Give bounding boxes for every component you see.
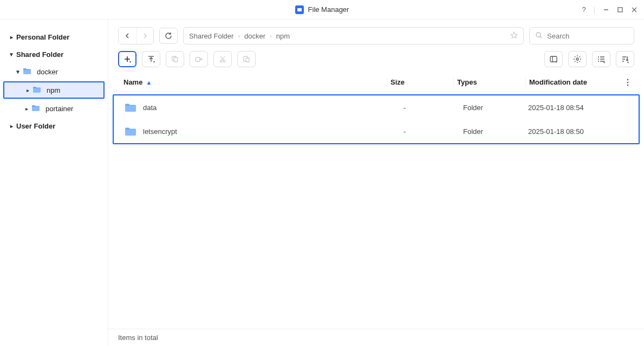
titlebar: File Manager ? | bbox=[0, 0, 644, 20]
svg-rect-2 bbox=[618, 8, 622, 12]
file-table: Name ▲ Size Types Modification date data… bbox=[108, 73, 644, 329]
folder-icon bbox=[23, 68, 32, 75]
sidebar-item-npm[interactable]: ▸npm bbox=[3, 81, 105, 99]
minimize-button[interactable] bbox=[603, 7, 609, 13]
col-header-date[interactable]: Modification date bbox=[529, 78, 621, 86]
file-date: 2025-01-18 08:50 bbox=[528, 127, 620, 136]
sidebar-item-label: User Folder bbox=[16, 122, 55, 130]
cut-button[interactable] bbox=[213, 51, 232, 67]
sort-button[interactable] bbox=[616, 51, 634, 67]
breadcrumb-segment[interactable]: Shared Folder bbox=[189, 32, 233, 40]
nav-back-button[interactable] bbox=[119, 28, 136, 44]
sidebar-item-docker[interactable]: ▼docker bbox=[0, 63, 108, 80]
chevron-right-icon[interactable]: ▸ bbox=[6, 123, 16, 129]
maximize-button[interactable] bbox=[617, 7, 623, 13]
toolbar-actions-row bbox=[108, 49, 644, 73]
folder-icon bbox=[125, 126, 136, 136]
divider bbox=[387, 78, 387, 87]
file-date: 2025-01-18 08:54 bbox=[528, 104, 620, 112]
col-header-size[interactable]: Size bbox=[391, 78, 450, 86]
file-size: - bbox=[404, 104, 463, 112]
svg-marker-33 bbox=[603, 62, 605, 63]
svg-rect-16 bbox=[196, 57, 200, 61]
sidebar: ▸Personal Folder▼Shared Folder▼docker▸np… bbox=[0, 20, 108, 346]
svg-point-26 bbox=[576, 58, 578, 60]
sidebar-item-shared-folder[interactable]: ▼Shared Folder bbox=[0, 46, 108, 63]
breadcrumb: Shared Folder›docker›npm bbox=[183, 27, 524, 44]
svg-marker-5 bbox=[511, 32, 517, 38]
svg-point-39 bbox=[627, 79, 629, 80]
svg-rect-0 bbox=[297, 8, 302, 11]
sidebar-item-label: npm bbox=[47, 86, 60, 94]
col-header-name[interactable]: Name ▲ bbox=[118, 78, 383, 86]
sidebar-item-portainer[interactable]: ▸portainer bbox=[0, 100, 108, 117]
col-header-types[interactable]: Types bbox=[457, 78, 522, 86]
chevron-right-icon: › bbox=[238, 33, 240, 39]
paste-button[interactable] bbox=[237, 51, 256, 67]
column-menu-button[interactable] bbox=[621, 79, 634, 86]
table-row[interactable]: letsencrypt-Folder2025-01-18 08:50 bbox=[114, 119, 639, 143]
sidebar-item-user-folder[interactable]: ▸User Folder bbox=[0, 117, 108, 134]
svg-point-41 bbox=[627, 84, 629, 86]
nav-forward-button[interactable] bbox=[136, 28, 153, 44]
chevron-right-icon: › bbox=[270, 33, 272, 39]
status-text: Items in total bbox=[118, 334, 158, 342]
breadcrumb-segment[interactable]: npm bbox=[276, 32, 290, 40]
search-box[interactable] bbox=[529, 27, 634, 44]
close-button[interactable] bbox=[631, 7, 638, 13]
chevron-down-icon[interactable]: ▼ bbox=[13, 69, 23, 75]
statusbar: Items in total bbox=[108, 329, 644, 346]
app-title: File Manager bbox=[295, 5, 349, 14]
file-name: letsencrypt bbox=[143, 127, 177, 136]
help-button[interactable]: ? bbox=[582, 5, 586, 14]
file-name: data bbox=[143, 104, 157, 112]
col-header-name-label: Name bbox=[123, 78, 142, 86]
table-row[interactable]: data-Folder2025-01-18 08:54 bbox=[114, 95, 639, 119]
svg-point-29 bbox=[598, 61, 599, 62]
chevron-right-icon[interactable]: ▸ bbox=[22, 106, 31, 112]
svg-marker-10 bbox=[129, 61, 131, 63]
search-icon bbox=[535, 31, 543, 41]
file-size: - bbox=[404, 127, 463, 136]
svg-line-7 bbox=[540, 36, 542, 38]
settings-button[interactable] bbox=[568, 51, 587, 67]
file-type: Folder bbox=[463, 104, 528, 112]
toolbar-nav-row: Shared Folder›docker›npm bbox=[108, 20, 644, 49]
copy-button[interactable] bbox=[166, 51, 184, 67]
app-title-label: File Manager bbox=[308, 5, 349, 14]
chevron-right-icon[interactable]: ▸ bbox=[6, 34, 16, 40]
create-button[interactable] bbox=[118, 51, 136, 67]
svg-rect-23 bbox=[550, 56, 557, 62]
folder-icon bbox=[31, 105, 41, 112]
sidebar-item-label: Shared Folder bbox=[16, 50, 63, 59]
divider bbox=[453, 78, 454, 87]
folder-icon bbox=[32, 86, 42, 94]
table-body: data-Folder2025-01-18 08:54letsencrypt-F… bbox=[113, 94, 640, 144]
sort-asc-icon: ▲ bbox=[146, 79, 152, 86]
divider bbox=[525, 78, 526, 87]
svg-rect-22 bbox=[246, 58, 249, 62]
search-input[interactable] bbox=[547, 32, 628, 40]
move-button[interactable] bbox=[190, 51, 208, 67]
favorite-star-icon[interactable] bbox=[510, 31, 518, 41]
svg-point-6 bbox=[536, 33, 541, 37]
panel-toggle-button[interactable] bbox=[544, 51, 563, 67]
content-area: Shared Folder›docker›npm bbox=[108, 20, 644, 346]
svg-marker-13 bbox=[153, 61, 155, 63]
upload-button[interactable] bbox=[142, 51, 160, 67]
sidebar-item-label: docker bbox=[37, 68, 58, 76]
view-list-button[interactable] bbox=[592, 51, 610, 67]
breadcrumb-segment[interactable]: docker bbox=[244, 32, 265, 40]
svg-point-28 bbox=[598, 59, 599, 60]
svg-marker-38 bbox=[627, 62, 629, 63]
refresh-button[interactable] bbox=[159, 28, 178, 44]
sidebar-item-label: Personal Folder bbox=[16, 33, 69, 41]
folder-icon bbox=[125, 102, 136, 112]
app-icon bbox=[295, 5, 304, 14]
chevron-right-icon[interactable]: ▸ bbox=[23, 87, 32, 93]
sidebar-item-personal-folder[interactable]: ▸Personal Folder bbox=[0, 28, 108, 46]
nav-back-forward bbox=[118, 27, 154, 44]
sidebar-item-label: portainer bbox=[45, 105, 73, 113]
chevron-down-icon[interactable]: ▼ bbox=[6, 52, 16, 57]
svg-rect-15 bbox=[174, 57, 178, 62]
